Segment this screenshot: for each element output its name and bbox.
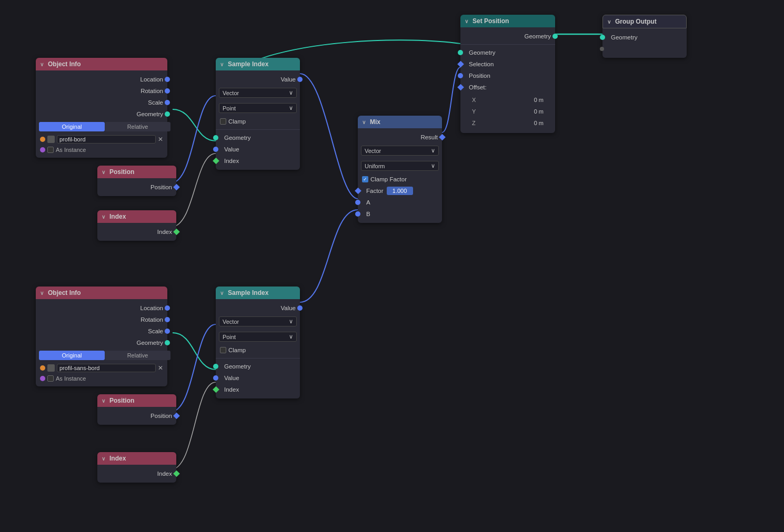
index-in-socket-2	[213, 386, 219, 393]
index-node-1: ∨ Index Index	[97, 210, 176, 241]
index-in-row-2: Index	[216, 384, 300, 395]
extra-socket-row	[602, 43, 687, 55]
geometry-in-socket-2	[213, 364, 218, 369]
object-info-2-header: ∨ Object Info	[36, 287, 167, 299]
a-socket	[355, 200, 360, 205]
geometry-go-socket	[600, 35, 605, 40]
position-2-header: ∨ Position	[97, 394, 176, 407]
extra-socket-go	[600, 47, 604, 51]
index-out-socket-2	[173, 470, 180, 477]
uniform-dropdown-mix[interactable]: Uniform∨	[358, 158, 442, 173]
a-row: A	[358, 197, 442, 208]
sample-index-2-body: Value Vector∨ Point∨ Clamp Geometry Valu…	[216, 299, 300, 398]
vector-dropdown-mix[interactable]: Vector∨	[358, 143, 442, 158]
as-instance-label-2: As Instance	[56, 375, 86, 382]
factor-socket	[355, 188, 361, 195]
location-row-2: Location	[36, 302, 167, 314]
selection-socket-sp	[457, 61, 464, 68]
selection-row-sp: Selection	[460, 58, 555, 70]
vector-dropdown-2[interactable]: Vector∨	[216, 314, 300, 329]
toggle-group-2[interactable]: Original Relative	[39, 351, 170, 360]
position-out-socket-2	[173, 413, 180, 420]
clamp-checkbox-1[interactable]	[220, 118, 226, 125]
as-instance-checkbox-1[interactable]	[47, 147, 54, 153]
point-dropdown-1[interactable]: Point∨	[216, 100, 300, 116]
index-out-row-2: Index	[97, 468, 176, 479]
object-info-2-body: Location Rotation Scale Geometry Origina…	[36, 299, 167, 386]
instance-dot-2	[40, 376, 45, 381]
group-output-body: Geometry	[602, 28, 687, 58]
group-output-node: ∨ Group Output Geometry	[602, 15, 687, 58]
clamp-checkbox-2[interactable]	[220, 347, 226, 353]
position-socket-sp	[458, 73, 463, 78]
rotation-row: Rotation	[36, 85, 167, 97]
result-socket	[439, 134, 446, 141]
scale-row: Scale	[36, 97, 167, 108]
geometry-socket-2	[165, 340, 170, 345]
vector-dropdown-1[interactable]: Vector∨	[216, 85, 300, 100]
geometry-out-socket	[552, 34, 558, 39]
position-1-body: Position	[97, 178, 176, 196]
set-position-body: Geometry Geometry Selection Position Off…	[460, 27, 555, 133]
index-out-socket-1	[173, 229, 180, 236]
geometry-in-row-2: Geometry	[216, 361, 300, 372]
chevron-icon: ∨	[40, 62, 44, 67]
sample-index-2-title: Sample Index	[228, 289, 268, 296]
clamp-row-1: Clamp	[216, 116, 300, 127]
scale-socket	[165, 100, 170, 105]
geometry-socket-1	[165, 111, 170, 117]
y-row: Y 0 m	[468, 106, 548, 117]
sample-index-1-title: Sample Index	[228, 60, 268, 68]
x-row: X 0 m	[468, 94, 548, 106]
position-1-header: ∨ Position	[97, 166, 176, 178]
clamp-factor-row: ✓ Clamp Factor	[358, 173, 442, 185]
toggle-group-1[interactable]: Original Relative	[39, 122, 170, 131]
as-instance-label-1: As Instance	[56, 147, 86, 153]
position-2-title: Position	[109, 397, 134, 404]
geometry-in-row-1: Geometry	[216, 132, 300, 144]
sample-index-node-1: ∨ Sample Index Value Vector∨ Point∨ Clam…	[216, 58, 300, 170]
value-out-row-1: Value	[216, 74, 300, 85]
object-info-node-1: ∨ Object Info Location Rotation Scale Ge…	[36, 58, 167, 158]
clamp-factor-checkbox[interactable]: ✓	[362, 176, 368, 182]
obj-x-2[interactable]: ✕	[158, 364, 163, 372]
group-output-header: ∨ Group Output	[602, 15, 687, 28]
sample-index-1-body: Value Vector∨ Point∨ Clamp Geometry Valu…	[216, 70, 300, 170]
value-in-socket-2	[213, 375, 218, 381]
relative-toggle[interactable]: Relative	[105, 122, 170, 131]
sample-index-2-header: ∨ Sample Index	[216, 287, 300, 299]
mix-node: ∨ Mix Result Vector∨ Uniform∨ ✓ Clamp Fa…	[358, 116, 442, 223]
position-2-body: Position	[97, 407, 176, 425]
index-1-title: Index	[109, 213, 126, 220]
as-instance-checkbox-2[interactable]	[47, 375, 54, 382]
obj-icon-1	[47, 136, 55, 143]
set-position-title: Set Position	[473, 17, 509, 25]
original-toggle[interactable]: Original	[39, 122, 105, 131]
position-row-sp: Position	[460, 70, 555, 81]
geometry-row-1: Geometry	[36, 108, 167, 120]
factor-value[interactable]: 1.000	[387, 187, 413, 195]
as-instance-row-1: As Instance	[36, 145, 167, 155]
mix-body: Result Vector∨ Uniform∨ ✓ Clamp Factor F…	[358, 128, 442, 223]
geometry-in-sp-socket	[458, 50, 463, 55]
obj-name-2[interactable]: profil-sans-bord	[57, 364, 156, 372]
obj-color-dot-2	[40, 365, 45, 371]
obj-x-1[interactable]: ✕	[158, 136, 163, 143]
rotation-socket-2	[165, 317, 170, 322]
offset-socket-sp	[457, 84, 464, 91]
geometry-go-row: Geometry	[602, 32, 687, 43]
original-toggle-2[interactable]: Original	[39, 351, 105, 360]
relative-toggle-2[interactable]: Relative	[105, 351, 170, 360]
value-out-socket-1	[297, 77, 303, 82]
position-node-1: ∨ Position Position	[97, 166, 176, 196]
object-name-row-1: profil-bord ✕	[36, 134, 167, 145]
point-dropdown-2[interactable]: Point∨	[216, 329, 300, 344]
position-node-2: ∨ Position Position	[97, 394, 176, 425]
scale-row-2: Scale	[36, 325, 167, 337]
factor-row: Factor 1.000	[358, 185, 442, 197]
obj-name-1[interactable]: profil-bord	[57, 135, 156, 144]
index-node-2: ∨ Index Index	[97, 452, 176, 483]
set-position-node: ∨ Set Position Geometry Geometry Selecti…	[460, 15, 555, 133]
index-1-body: Index	[97, 223, 176, 241]
index-out-row-1: Index	[97, 226, 176, 238]
